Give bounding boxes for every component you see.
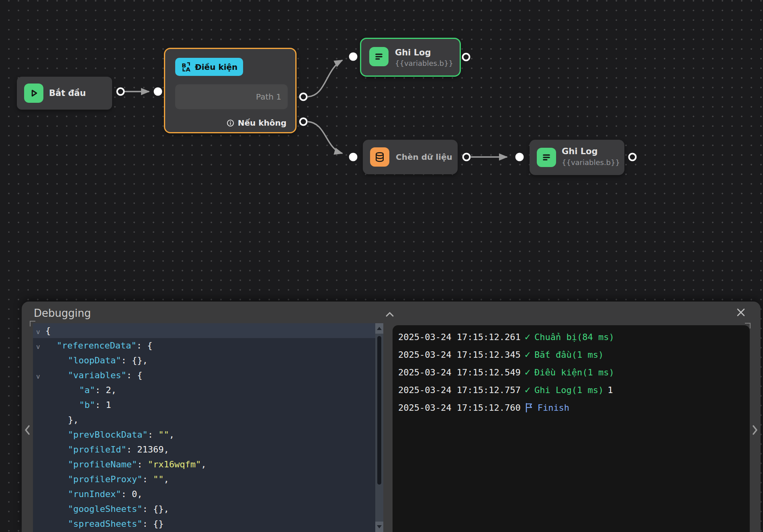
condition-path-label: Path 1 [256,92,281,102]
json-data-viewer[interactable]: v{v"referenceData": {"loopData": {},v"va… [33,323,383,532]
chevron-right-icon[interactable] [751,424,759,436]
log-timestamp: 2025-03-24 17:15:12.345 [398,350,521,360]
json-token: "b" [79,400,95,410]
json-line: "spreadSheets": {} [33,516,375,531]
json-token: "profileProxy" [68,474,142,484]
json-line: }, [33,412,375,427]
json-token: : [137,459,148,469]
port-output-log-top[interactable] [462,53,470,61]
condition-badge: B A Điều kiện [175,58,243,76]
json-token: "profileName" [68,459,137,469]
close-icon[interactable] [736,307,746,318]
collapse-toggle-icon[interactable]: v [36,369,40,384]
log-timestamp: 2025-03-24 17:15:12.261 [398,332,521,342]
log-message: Điều kiện(1 ms) [534,367,614,377]
debugging-panel-title: Debugging [34,307,91,319]
json-line: "runIndex": 0, [33,487,375,501]
json-token: "runIndex" [68,489,121,499]
json-scrollbar[interactable] [375,323,383,532]
json-token: "profileId" [68,444,127,455]
svg-text:A: A [186,66,190,72]
log-bottom-title: Ghi Log [562,147,598,156]
json-token: 21369, [137,444,169,455]
info-icon [227,119,234,127]
log-suffix: 1 [608,385,613,395]
port-input-insert-data[interactable] [349,153,358,161]
json-line: "profileId": 21369, [33,442,375,457]
json-token: , [201,459,206,469]
chevron-up-icon[interactable] [385,311,394,317]
log-entry: 2025-03-24 17:15:12.261✓Chuẩn bị(84 ms) [398,328,750,346]
port-input-condition[interactable] [154,88,162,96]
node-insert-data[interactable]: Chèn dữ liệu [363,140,458,174]
condition-else-row[interactable]: Nếu không [227,116,286,130]
check-icon: ✓ [525,331,530,342]
port-output-condition-else[interactable] [299,118,308,126]
scroll-down-button[interactable] [375,522,383,532]
log-entry: 2025-03-24 17:15:12.345✓Bắt đầu(1 ms) [398,346,750,363]
json-token: "googleSheets" [68,504,142,514]
json-token: : [127,444,137,455]
node-log-bottom[interactable]: Ghi Log {{variables.b}} [530,140,624,175]
json-token: , [169,430,174,440]
collapse-toggle-icon[interactable]: v [36,324,40,339]
scroll-up-button[interactable] [375,323,383,334]
json-line: v"variables": { [33,368,375,383]
log-timestamp: 2025-03-24 17:15:12.757 [398,385,521,395]
json-token: : {} [142,519,164,529]
check-icon: ✓ [525,367,530,378]
log-entry: 2025-03-24 17:15:12.757✓Ghi Log(1 ms)1 [398,381,750,399]
port-output-condition-path1[interactable] [299,93,308,101]
log-entry: 2025-03-24 17:15:12.549✓Điều kiện(1 ms) [398,363,750,381]
check-icon: ✓ [525,349,530,360]
condition-else-label: Nếu không [238,118,286,128]
node-log-top[interactable]: Ghi Log {{variables.b}} [360,38,461,77]
json-token: "variables" [68,370,127,380]
json-token: 2, [106,385,117,395]
log-top-subtitle: {{variables.b}} [395,59,453,67]
json-token: "spreadSheets" [68,519,142,529]
json-token: 1 [106,400,111,410]
node-condition[interactable]: B A Điều kiện Path 1 [164,48,297,133]
json-line: "b": 1 [33,397,375,412]
json-token: : [95,400,106,410]
json-token: : { [127,370,143,380]
log-lines-icon [369,47,389,66]
json-line: v{ [33,323,375,338]
json-line: "loopData": {}, [33,353,375,368]
syntax-ba-icon: B A [181,61,192,72]
json-code: v{v"referenceData": {"loopData": {},v"va… [33,323,375,531]
edge-condition-else-to-insert[interactable] [308,122,342,153]
json-token: : { [137,340,153,351]
debugging-panel: Debugging v{v"referenceData" [22,302,761,532]
json-token: , [164,474,169,484]
collapse-toggle-icon[interactable]: v [36,339,40,354]
log-timestamp: 2025-03-24 17:15:12.549 [398,367,521,377]
json-token: : [148,430,159,440]
insert-data-label: Chèn dữ liệu [396,140,452,174]
json-token: "referenceData" [57,340,137,351]
port-output-start[interactable] [117,88,125,96]
json-token: : [95,385,106,395]
json-token: { [45,326,51,336]
port-output-log-bottom[interactable] [628,153,637,161]
port-output-insert-data[interactable] [462,153,471,161]
chevron-left-icon[interactable] [23,424,31,436]
log-message: Finish [538,403,569,413]
json-token: "" [153,474,164,484]
scrollbar-thumb[interactable] [377,336,381,485]
start-node-label: Bắt đầu [49,77,86,110]
execution-log-viewer[interactable]: 2025-03-24 17:15:12.261✓Chuẩn bị(84 ms)2… [393,325,750,532]
json-line: "googleSheets": {}, [33,501,375,516]
log-message: Chuẩn bị(84 ms) [534,332,614,342]
json-line: "profileName": "rx16wqfm", [33,457,375,472]
node-start[interactable]: Bắt đầu [17,77,112,110]
port-input-log-bottom[interactable] [515,153,524,161]
json-token: "loopData" [68,355,121,365]
edge-condition-path1-to-log[interactable] [308,60,342,97]
json-token: : [121,489,132,499]
port-input-log-top[interactable] [349,53,358,61]
log-timestamp: 2025-03-24 17:15:12.760 [398,403,521,413]
condition-path-row[interactable]: Path 1 [175,84,288,109]
json-token: : {}, [121,355,147,365]
